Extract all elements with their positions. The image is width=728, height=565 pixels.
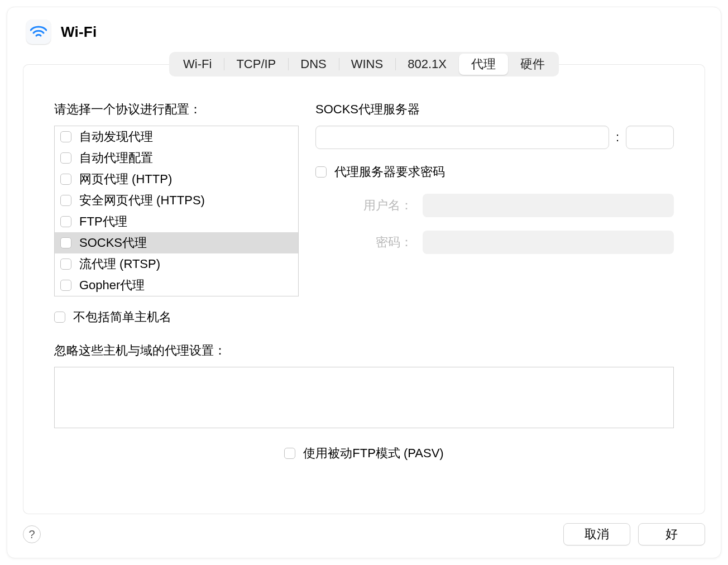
- protocol-label: Gopher代理: [79, 277, 145, 294]
- tab-proxy[interactable]: 代理: [459, 54, 508, 75]
- protocol-label: SOCKS代理: [79, 234, 147, 251]
- protocol-label: 网页代理 (HTTP): [79, 171, 172, 188]
- ok-button[interactable]: 好: [638, 523, 705, 545]
- pasv-row[interactable]: 使用被动FTP模式 (PASV): [54, 445, 674, 462]
- tab-8021x[interactable]: 802.1X: [395, 54, 459, 75]
- password-label: 密码：: [315, 234, 413, 251]
- protocol-list: 自动发现代理 自动代理配置 网页代理 (HTTP) 安全网页代理 (HTTPS): [54, 126, 299, 296]
- protocol-label: FTP代理: [79, 213, 127, 230]
- tab-hardware[interactable]: 硬件: [508, 54, 557, 75]
- port-separator: :: [616, 130, 619, 145]
- protocol-label: 自动发现代理: [79, 128, 153, 145]
- protocol-row-auto-discover[interactable]: 自动发现代理: [55, 126, 298, 147]
- protocol-label: 自动代理配置: [79, 150, 153, 166]
- help-button[interactable]: ?: [23, 525, 41, 543]
- protocol-checkbox[interactable]: [60, 237, 71, 248]
- protocol-row-ftp[interactable]: FTP代理: [55, 211, 298, 232]
- requires-password-checkbox[interactable]: [315, 166, 327, 178]
- header: Wi-Fi: [23, 20, 705, 44]
- requires-password-label: 代理服务器要求密码: [334, 164, 445, 180]
- exclude-simple-row[interactable]: 不包括简单主机名: [54, 309, 674, 325]
- cancel-button[interactable]: 取消: [563, 523, 630, 545]
- tabstrip: Wi-Fi TCP/IP DNS WINS 802.1X 代理 硬件: [169, 52, 559, 76]
- username-label: 用户名：: [315, 197, 413, 214]
- bypass-textarea[interactable]: [54, 367, 674, 428]
- pasv-label: 使用被动FTP模式 (PASV): [303, 445, 443, 462]
- protocol-checkbox[interactable]: [60, 258, 71, 270]
- protocol-row-https[interactable]: 安全网页代理 (HTTPS): [55, 190, 298, 211]
- protocol-checkbox[interactable]: [60, 280, 71, 291]
- tab-wifi[interactable]: Wi-Fi: [171, 54, 224, 75]
- tab-tcpip[interactable]: TCP/IP: [224, 54, 288, 75]
- protocol-label: 流代理 (RTSP): [79, 256, 160, 272]
- protocol-checkbox[interactable]: [60, 174, 71, 185]
- pasv-checkbox[interactable]: [284, 448, 295, 459]
- bypass-label: 忽略这些主机与域的代理设置：: [54, 342, 674, 359]
- protocol-list-label: 请选择一个协议进行配置：: [54, 101, 299, 118]
- exclude-simple-label: 不包括简单主机名: [73, 309, 171, 325]
- username-input[interactable]: [423, 194, 674, 217]
- protocol-checkbox[interactable]: [60, 131, 71, 142]
- protocol-label: 安全网页代理 (HTTPS): [79, 192, 205, 209]
- proxy-host-input[interactable]: [315, 126, 609, 149]
- requires-password-row[interactable]: 代理服务器要求密码: [315, 164, 674, 180]
- protocol-checkbox[interactable]: [60, 195, 71, 206]
- protocol-row-socks[interactable]: SOCKS代理: [55, 232, 298, 253]
- proxy-panel: 请选择一个协议进行配置： 自动发现代理 自动代理配置 网页代理 (HTTP): [23, 64, 705, 514]
- wifi-icon: [26, 20, 51, 44]
- protocol-row-auto-config[interactable]: 自动代理配置: [55, 147, 298, 169]
- tab-wins[interactable]: WINS: [339, 54, 395, 75]
- password-input[interactable]: [423, 231, 674, 254]
- protocol-row-rtsp[interactable]: 流代理 (RTSP): [55, 253, 298, 275]
- footer: ? 取消 好: [23, 523, 705, 545]
- page-title: Wi-Fi: [61, 23, 97, 41]
- proxy-port-input[interactable]: [626, 126, 674, 149]
- preferences-window: Wi-Fi Wi-Fi TCP/IP DNS WINS 802.1X 代理 硬件…: [7, 7, 721, 558]
- protocol-row-http[interactable]: 网页代理 (HTTP): [55, 169, 298, 190]
- tab-dns[interactable]: DNS: [288, 54, 338, 75]
- server-section-label: SOCKS代理服务器: [315, 101, 674, 118]
- protocol-checkbox[interactable]: [60, 152, 71, 164]
- exclude-simple-checkbox[interactable]: [54, 312, 65, 323]
- protocol-checkbox[interactable]: [60, 216, 71, 227]
- protocol-row-gopher[interactable]: Gopher代理: [55, 275, 298, 296]
